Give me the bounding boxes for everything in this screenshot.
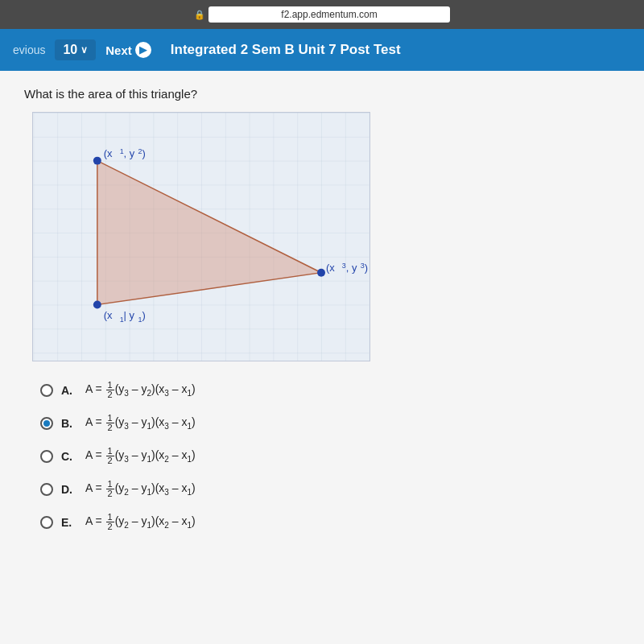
triangle-graph: (x 1 , y 2 ) (x 1 | y 1 ) (x 3 , y 3 ) (32, 112, 370, 361)
radio-d[interactable] (40, 483, 53, 496)
question-text: What is the area of this triangle? (24, 87, 620, 101)
radio-c[interactable] (40, 450, 53, 463)
radio-a[interactable] (40, 384, 53, 397)
answer-label-d: D. (61, 483, 77, 496)
answer-formula-d: A = 12(y2 – y1)(x3 – x1) (85, 480, 196, 498)
next-button[interactable]: Next ▶ (105, 42, 151, 58)
answer-choice-c[interactable]: C. A = 12(y3 – y1)(x2 – x1) (40, 447, 620, 465)
svg-point-3 (93, 300, 101, 308)
previous-button[interactable]: evious (13, 43, 45, 56)
svg-text:(x: (x (104, 147, 113, 159)
answer-choice-b[interactable]: B. A = 12(y3 – y1)(x3 – x1) (40, 414, 620, 432)
next-arrow-icon: ▶ (135, 42, 151, 58)
svg-point-2 (93, 157, 101, 165)
top-nav: evious 10 ∨ Next ▶ Integrated 2 Sem B Un… (0, 29, 644, 71)
answer-label-c: C. (61, 450, 77, 463)
lock-icon: 🔒 (194, 10, 205, 20)
browser-chrome: 🔒 f2.app.edmentum.com (0, 0, 644, 29)
svg-text:| y: | y (124, 309, 135, 321)
answer-formula-a: A = 12(y3 – y2)(x3 – x1) (85, 381, 196, 399)
answer-choice-a[interactable]: A. A = 12(y3 – y2)(x3 – x1) (40, 381, 620, 399)
radio-b[interactable] (40, 417, 53, 430)
radio-e[interactable] (40, 516, 53, 529)
answer-formula-b: A = 12(y3 – y1)(x3 – x1) (85, 414, 196, 432)
svg-text:, y: , y (346, 262, 357, 274)
answer-label-a: A. (61, 384, 77, 397)
question-number: 10 (63, 43, 77, 57)
svg-text:, y: , y (124, 147, 135, 159)
answer-label-e: E. (61, 516, 77, 529)
address-bar: f2.app.edmentum.com (208, 6, 450, 23)
svg-point-4 (317, 269, 325, 277)
dropdown-arrow-icon: ∨ (80, 44, 88, 56)
main-content: What is the area of this triangle? (x 1 … (0, 71, 644, 644)
answer-label-b: B. (61, 417, 77, 430)
next-label: Next (105, 43, 132, 57)
answer-formula-c: A = 12(y3 – y1)(x2 – x1) (85, 447, 196, 465)
answer-choices: A. A = 12(y3 – y2)(x3 – x1) B. A = 12(y3… (40, 381, 620, 531)
test-title: Integrated 2 Sem B Unit 7 Post Test (171, 42, 401, 58)
svg-text:): ) (365, 262, 368, 274)
svg-text:): ) (142, 147, 145, 159)
svg-text:): ) (142, 309, 145, 321)
svg-text:(x: (x (104, 309, 113, 321)
question-selector[interactable]: 10 ∨ (55, 39, 96, 60)
svg-text:(x: (x (326, 262, 335, 274)
answer-choice-e[interactable]: E. A = 12(y2 – y1)(x2 – x1) (40, 513, 620, 531)
answer-formula-e: A = 12(y2 – y1)(x2 – x1) (85, 513, 196, 531)
answer-choice-d[interactable]: D. A = 12(y2 – y1)(x3 – x1) (40, 480, 620, 498)
